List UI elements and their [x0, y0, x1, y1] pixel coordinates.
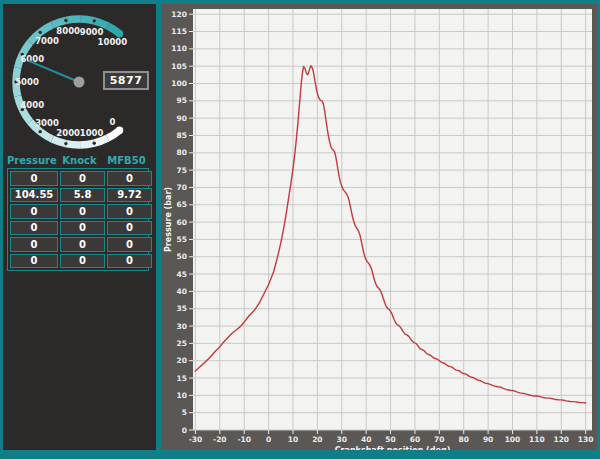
y-tick-label: 20 — [177, 356, 187, 365]
x-tick-label: 10 — [288, 435, 298, 444]
x-tick-labels: -30-20-100102030405060708090100110120130 — [189, 435, 594, 444]
gauge-scale-label: 0 — [109, 117, 115, 127]
y-tick-label: 90 — [177, 114, 187, 123]
y-tick-label: 40 — [177, 287, 187, 296]
table-cell[interactable]: 0 — [60, 221, 105, 236]
y-tick-label: 70 — [177, 183, 187, 192]
gauge-scale-label: 8000 — [56, 26, 80, 36]
y-tick-label: 65 — [177, 200, 187, 209]
y-tick-label: 10 — [177, 391, 187, 400]
y-tick-label: 85 — [177, 131, 187, 140]
y-tick-label: 80 — [177, 148, 187, 157]
table-cell[interactable]: 0 — [107, 254, 152, 269]
table-cell[interactable]: 0 — [107, 171, 152, 186]
gauge-arc-start-cap — [116, 127, 124, 135]
x-tick-label: 100 — [505, 435, 521, 444]
x-tick-label: 70 — [434, 435, 444, 444]
gauge-scale-label: 7000 — [35, 36, 59, 46]
x-axis-title: Crankshaft position (deg) — [335, 446, 451, 451]
y-tick-label: 115 — [171, 27, 187, 36]
table-cell[interactable]: 0 — [10, 221, 58, 236]
gauge-hub — [74, 77, 85, 88]
x-tick-label: 130 — [578, 435, 594, 444]
table-header-row: PressureKnockMFB50 — [7, 155, 149, 166]
table-column-header: Knock — [57, 155, 102, 166]
table-cell[interactable]: 0 — [10, 254, 58, 269]
table-cell[interactable]: 0 — [60, 254, 105, 269]
y-tick-label: 95 — [177, 96, 187, 105]
measurement-table: 000104.555.89.72000000000000 — [7, 168, 149, 271]
table-cell[interactable]: 0 — [60, 171, 105, 186]
table-cell[interactable]: 0 — [10, 204, 58, 219]
table-cell[interactable]: 5.8 — [60, 188, 105, 203]
y-tick-label: 75 — [177, 166, 187, 175]
table-cell[interactable]: 0 — [10, 237, 58, 252]
x-tick-label: 30 — [337, 435, 347, 444]
x-tick-label: 110 — [529, 435, 545, 444]
y-tick-label: 120 — [171, 10, 187, 19]
y-tick-label: 0 — [182, 426, 187, 435]
table-cell[interactable]: 0 — [107, 237, 152, 252]
table-column-header: MFB50 — [104, 155, 149, 166]
y-tick-label: 35 — [177, 304, 187, 313]
x-tick-label: 0 — [266, 435, 271, 444]
x-tick-label: 20 — [312, 435, 322, 444]
table-cell[interactable]: 104.55 — [10, 188, 58, 203]
y-tick-label: 45 — [177, 270, 187, 279]
x-tick-label: 80 — [458, 435, 468, 444]
gauge-scale-label: 9000 — [80, 27, 104, 37]
table-cell[interactable]: 9.72 — [107, 188, 152, 203]
gauge-scale-label: 5000 — [15, 77, 39, 87]
y-tick-label: 5 — [182, 408, 187, 417]
y-tick-label: 100 — [171, 79, 187, 88]
table-cell[interactable]: 0 — [10, 171, 58, 186]
x-tick-label: 60 — [410, 435, 420, 444]
x-tick-label: -20 — [213, 435, 227, 444]
y-tick-label: 25 — [177, 339, 187, 348]
y-tick-label: 50 — [177, 252, 187, 261]
x-tick-label: 50 — [385, 435, 395, 444]
gauge-scale-label: 10000 — [98, 37, 128, 47]
y-tick-label: 110 — [171, 44, 187, 53]
y-tick-label: 30 — [177, 322, 187, 331]
y-tick-label: 55 — [177, 235, 187, 244]
x-tick-label: 90 — [483, 435, 493, 444]
y-axis-title: Pressure (bar) — [164, 187, 173, 252]
y-tick-label: 105 — [171, 62, 187, 71]
pressure-chart[interactable]: -30-20-100102030405060708090100110120130… — [161, 4, 597, 450]
y-tick-label: 60 — [177, 218, 187, 227]
gauge-scale-label: 2000 — [56, 128, 80, 138]
y-tick-label: 15 — [177, 374, 187, 383]
y-tick-labels: 0510152025303540455055606570758085909510… — [171, 10, 187, 435]
x-tick-label: -30 — [189, 435, 203, 444]
chart-panel: -30-20-100102030405060708090100110120130… — [161, 4, 597, 450]
table-column-header: Pressure — [7, 155, 55, 166]
app-window: 0100020003000400050006000700080009000100… — [0, 0, 600, 459]
x-tick-label: 40 — [361, 435, 371, 444]
gauge-scale-label: 3000 — [35, 118, 59, 128]
gauge-scale-label: 4000 — [20, 100, 44, 110]
plot-area[interactable] — [193, 9, 592, 430]
table-cell[interactable]: 0 — [107, 221, 152, 236]
table-cell[interactable]: 0 — [60, 204, 105, 219]
table-cell[interactable]: 0 — [107, 204, 152, 219]
rpm-readout: 5877 — [103, 71, 149, 90]
gauge-scale-label: 1000 — [80, 128, 104, 138]
table-cell[interactable]: 0 — [60, 237, 105, 252]
x-tick-label: 120 — [553, 435, 569, 444]
left-panel: 0100020003000400050006000700080009000100… — [3, 4, 156, 450]
x-tick-label: -10 — [237, 435, 251, 444]
